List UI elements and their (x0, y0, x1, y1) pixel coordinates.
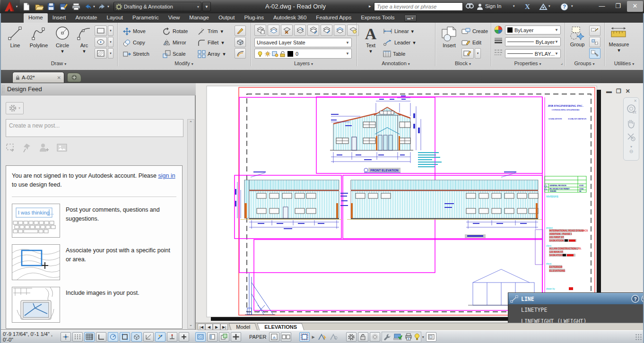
navbar-close-icon[interactable]: ✕ (624, 98, 639, 103)
help-dropdown[interactable]: ▾ (571, 4, 573, 8)
infocenter-collapse-arrow[interactable]: ▸ (369, 4, 371, 9)
snap-mode-button[interactable] (72, 332, 83, 342)
stretch-button[interactable]: Stretch (123, 48, 149, 60)
insert-block-button[interactable]: Insert (439, 26, 460, 48)
block-panel-label[interactable]: Block ▾ (435, 60, 491, 68)
save-button[interactable] (47, 2, 55, 11)
resize-grip[interactable] (635, 333, 642, 341)
properties-panel-label[interactable]: Properties ▾ ⌟ (491, 60, 565, 68)
dwg-restore-icon[interactable]: ❐ (616, 88, 621, 94)
tray-update-icon[interactable] (393, 333, 403, 341)
ungroup-button[interactable] (589, 26, 600, 36)
new-post-input[interactable]: Create a new post... (6, 119, 183, 137)
line-button[interactable]: Line (5, 25, 26, 48)
text-button[interactable]: A Text▾ (360, 26, 381, 54)
plot-button[interactable] (72, 2, 80, 11)
leader-button[interactable]: Leader▾ (383, 37, 416, 48)
tab-manage[interactable]: Manage (184, 13, 214, 23)
maximize-button[interactable]: ❐ (611, 2, 625, 9)
circle-button[interactable]: Circle▾ (52, 25, 73, 54)
linetype-icon[interactable] (494, 49, 503, 59)
polyline-button[interactable]: Polyline (26, 25, 51, 48)
object-snap-tracking-button[interactable] (143, 332, 154, 342)
palette-scrollbar[interactable]: ⌃ ⌄ (187, 119, 194, 329)
search-input[interactable]: Type a keyword or phrase (374, 2, 463, 11)
popup-item-line[interactable]: LINE ? (508, 293, 644, 304)
layer-match-button[interactable] (334, 25, 346, 36)
tab-annotate[interactable]: Annotate (70, 13, 102, 23)
layer-dropdown[interactable]: 0▼ (254, 49, 352, 59)
open-file-button[interactable] (35, 2, 44, 11)
clean-screen-button[interactable] (426, 332, 436, 342)
arc-button[interactable]: Arc▾ (75, 25, 94, 54)
paper-space-label[interactable]: PAPER (249, 334, 266, 340)
tab-insert[interactable]: Insert (48, 13, 71, 23)
sign-in-button[interactable]: Sign In (485, 3, 501, 9)
file-tab-close-icon[interactable]: ✕ (57, 75, 61, 80)
object-color-dropdown[interactable]: ByLayer▼ (505, 26, 561, 34)
sign-in-link[interactable]: sign in (158, 172, 175, 179)
save-as-button[interactable] (60, 2, 68, 11)
layer-isolate-button[interactable] (307, 25, 319, 36)
array-button[interactable]: Array▾ (198, 48, 226, 60)
maximize-viewport-button[interactable] (299, 332, 310, 342)
fillet-button[interactable]: Fillet▾ (198, 37, 224, 48)
erase-button[interactable] (235, 26, 246, 36)
tab-parametric[interactable]: Parametric (128, 13, 164, 23)
design-feed-header[interactable]: Design Feed (0, 83, 196, 95)
rectangle-dropdown[interactable]: ▾ (108, 26, 113, 36)
tab-home[interactable]: Home (24, 13, 48, 23)
isolate-objects-button[interactable] (370, 332, 380, 342)
last-layout-icon[interactable]: ▶| (220, 324, 228, 330)
palette-grip[interactable] (2, 85, 4, 94)
autodesk360-icon[interactable] (539, 2, 548, 11)
tray-bulb-icon[interactable] (414, 333, 420, 341)
tab-express-tools[interactable]: Express Tools (356, 13, 399, 23)
annotation-monitor-button[interactable] (231, 332, 241, 342)
annotation-visibility-icon[interactable] (329, 332, 339, 342)
feed-settings-button[interactable]: ▾ (6, 102, 24, 114)
linear-dimension-button[interactable]: Linear▾ (383, 26, 414, 37)
hatch-tool-button[interactable] (95, 48, 107, 59)
hatch-dropdown[interactable]: ▾ (108, 48, 113, 59)
offset-button[interactable] (235, 48, 246, 59)
tray-wrench-icon[interactable] (383, 333, 392, 341)
qat-customize-dropdown[interactable]: ▼ (202, 2, 211, 11)
image-icon[interactable] (57, 143, 68, 153)
edit-attributes-button[interactable] (461, 48, 474, 59)
layer-properties-button[interactable] (254, 25, 266, 36)
redo-button[interactable] (98, 2, 106, 11)
viewport-next-icon[interactable]: ▶ (312, 335, 314, 339)
dynamic-ucs-button[interactable] (155, 332, 165, 342)
tab-layout[interactable]: Layout (102, 13, 128, 23)
move-button[interactable]: Move (123, 26, 146, 37)
zoom-extents-icon[interactable] (624, 132, 639, 144)
rectangle-tool-button[interactable] (95, 26, 107, 36)
undo-button[interactable] (84, 2, 92, 11)
create-block-button[interactable]: Create (461, 26, 488, 37)
redo-dropdown[interactable]: ▾ (106, 2, 111, 11)
workspace-switcher[interactable]: Drafting & Annotation▾ (113, 2, 201, 11)
elevations-tab[interactable]: ELEVATIONS (257, 323, 305, 330)
help-icon[interactable]: ? (560, 2, 568, 11)
selection-cycling-button[interactable] (219, 332, 229, 342)
infer-constraints-button[interactable] (61, 332, 71, 342)
exchange-icon[interactable]: X (525, 2, 530, 11)
annotation-panel-label[interactable]: Annotation ▾ (357, 60, 435, 68)
dwg-close-icon[interactable]: ✕ (626, 88, 630, 94)
undo-dropdown[interactable]: ▾ (92, 2, 96, 11)
scroll-up-icon[interactable]: ⌃ (188, 120, 194, 127)
a360-dropdown[interactable]: ▾ (548, 4, 550, 8)
group-edit-button[interactable] (589, 37, 600, 47)
navbar-dropdown-icon[interactable]: ▾ (624, 145, 639, 149)
linetype-dropdown[interactable]: BYLAY...▼ (505, 49, 561, 58)
group-button[interactable]: Group (567, 26, 587, 47)
lineweight-dropdown[interactable]: ByLayer▼ (505, 37, 561, 46)
tab-output[interactable]: Output (214, 13, 240, 23)
model-tab[interactable]: Model (229, 323, 258, 330)
steering-wheel-icon[interactable]: 2D (624, 104, 639, 116)
close-button[interactable]: ✕ (627, 1, 643, 12)
tab-featured-apps[interactable]: Featured Apps (311, 13, 356, 23)
grid-display-button[interactable] (84, 332, 95, 342)
dwg-minimize-icon[interactable]: ▬ (606, 88, 612, 94)
